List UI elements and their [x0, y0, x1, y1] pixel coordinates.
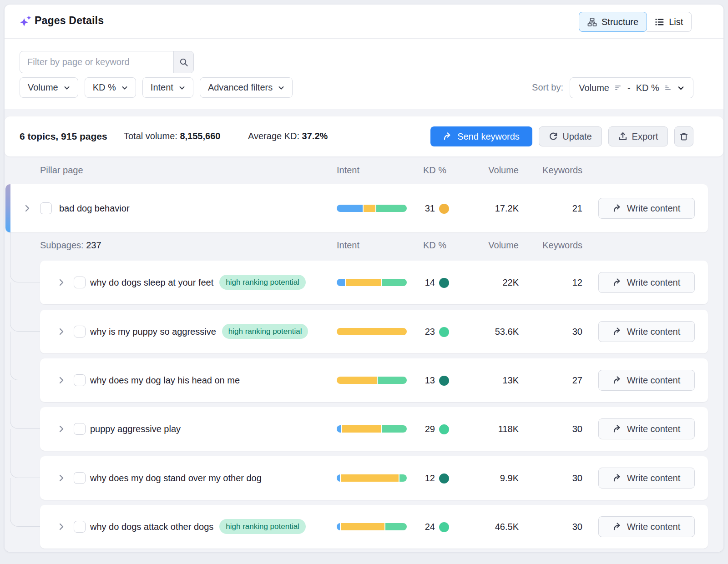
- write-content-button[interactable]: Write content: [598, 468, 695, 488]
- send-keywords-label: Send keywords: [457, 131, 520, 142]
- kd-dot: [439, 278, 449, 288]
- volume-value: 13K: [460, 375, 519, 386]
- expand-chevron-icon[interactable]: [57, 327, 66, 336]
- kd-dot: [439, 376, 449, 386]
- sort-primary: Volume: [579, 83, 609, 93]
- volume-value: 22K: [460, 277, 519, 288]
- expand-chevron-icon[interactable]: [57, 278, 66, 287]
- write-content-button[interactable]: Write content: [598, 370, 695, 391]
- list-label: List: [669, 17, 683, 27]
- tree-connector: [10, 478, 40, 527]
- high-ranking-badge: high ranking potential: [222, 324, 308, 339]
- volume-value: 46.5K: [460, 522, 519, 532]
- volume-value: 17.2K: [460, 203, 519, 214]
- write-content-button[interactable]: Write content: [598, 321, 695, 342]
- expand-chevron-icon[interactable]: [23, 204, 32, 213]
- list-view-button[interactable]: List: [647, 12, 692, 32]
- pillar-checkbox[interactable]: [40, 202, 52, 214]
- write-content-button[interactable]: Write content: [598, 272, 695, 293]
- write-content-label: Write content: [627, 203, 680, 214]
- write-content-label: Write content: [627, 424, 680, 434]
- write-content-button[interactable]: Write content: [598, 198, 695, 219]
- expand-chevron-icon[interactable]: [57, 522, 66, 531]
- intent-bar: [337, 523, 407, 530]
- tree-connector: [10, 380, 40, 429]
- trash-icon: [679, 132, 688, 141]
- expand-chevron-icon[interactable]: [57, 473, 66, 483]
- share-arrow-icon: [613, 424, 622, 433]
- write-content-label: Write content: [627, 327, 680, 337]
- pillar-title: bad dog behavior: [59, 203, 130, 214]
- page-title: Pages Details: [35, 15, 104, 27]
- kd-dot: [439, 204, 449, 214]
- column-intent: Intent: [337, 165, 359, 176]
- keywords-value: 30: [532, 424, 582, 434]
- keywords-value: 30: [532, 522, 582, 532]
- kd-value: 23: [425, 327, 435, 337]
- intent-segment: [341, 523, 384, 530]
- sort-by-label: Sort by:: [526, 82, 563, 93]
- kd-cell: 13: [400, 375, 449, 386]
- write-content-label: Write content: [627, 522, 680, 532]
- high-ranking-badge: high ranking potential: [219, 519, 306, 534]
- write-content-button[interactable]: Write content: [598, 418, 695, 439]
- pages-details-panel: Pages Details Structure List Volume: [0, 0, 728, 564]
- volume-filter[interactable]: Volume: [20, 77, 78, 98]
- subpage-row[interactable]: why does my dog lay his head on me 13 13…: [40, 358, 708, 402]
- intent-bar: [337, 377, 407, 384]
- column-pillar-page: Pillar page: [40, 165, 83, 176]
- refresh-icon: [549, 132, 558, 141]
- topics-pages-count: 6 topics, 915 pages: [20, 131, 107, 142]
- row-checkbox[interactable]: [74, 326, 86, 337]
- keywords-value: 30: [532, 473, 582, 483]
- write-content-button[interactable]: Write content: [598, 516, 695, 537]
- intent-segment: [342, 425, 381, 433]
- export-button[interactable]: Export: [608, 126, 668, 146]
- column-keywords: Keywords: [532, 240, 582, 251]
- row-checkbox[interactable]: [74, 374, 86, 386]
- keywords-value: 27: [532, 375, 582, 386]
- row-checkbox[interactable]: [74, 521, 86, 533]
- kd-value: 31: [425, 203, 435, 214]
- subpage-title: why do dogs sleep at your feet: [90, 277, 213, 288]
- sort-descending-icon: [615, 85, 622, 91]
- average-kd-label: Average KD:: [248, 131, 299, 141]
- subpage-row[interactable]: why do dogs sleep at your feet high rank…: [40, 261, 708, 304]
- row-checkbox[interactable]: [74, 472, 86, 484]
- subpage-title: why does my dog stand over my other dog: [90, 473, 262, 483]
- write-content-label: Write content: [627, 375, 680, 386]
- search-button[interactable]: [173, 51, 193, 73]
- sort-secondary: KD %: [636, 83, 659, 93]
- tree-connector: [10, 232, 40, 282]
- chevron-down-icon: [278, 85, 284, 91]
- update-button[interactable]: Update: [539, 126, 602, 146]
- search-icon: [179, 58, 188, 67]
- kd-filter[interactable]: KD %: [85, 77, 136, 98]
- subpage-row[interactable]: why does my dog stand over my other dog …: [40, 456, 708, 500]
- row-checkbox[interactable]: [74, 423, 86, 435]
- sort-ascending-icon: [665, 85, 672, 91]
- intent-bar: [337, 425, 407, 433]
- search-input[interactable]: [20, 51, 173, 73]
- write-content-label: Write content: [627, 277, 680, 288]
- sort-by-select[interactable]: Volume - KD %: [570, 77, 693, 98]
- expand-chevron-icon[interactable]: [57, 424, 66, 433]
- structure-label: Structure: [602, 17, 638, 27]
- intent-filter[interactable]: Intent: [142, 77, 193, 98]
- subpage-row[interactable]: why is my puppy so aggressive high ranki…: [40, 310, 708, 353]
- subpage-row[interactable]: puppy aggressive play 29 118K 30 Write c…: [40, 407, 708, 451]
- delete-button[interactable]: [674, 126, 693, 146]
- write-content-label: Write content: [627, 473, 680, 483]
- row-checkbox[interactable]: [74, 277, 86, 288]
- expand-chevron-icon[interactable]: [57, 376, 66, 385]
- structure-view-button[interactable]: Structure: [579, 12, 647, 32]
- subpage-row[interactable]: why do dogs attack other dogs high ranki…: [40, 505, 708, 549]
- kd-dot: [439, 424, 449, 434]
- advanced-filters[interactable]: Advanced filters: [200, 77, 293, 98]
- share-arrow-icon: [613, 522, 622, 531]
- intent-segment: [337, 279, 345, 286]
- pillar-accent-bar: [5, 184, 10, 232]
- subpages-count: Subpages: 237: [40, 240, 101, 251]
- send-keywords-button[interactable]: Send keywords: [430, 126, 532, 146]
- kd-dot: [439, 473, 449, 483]
